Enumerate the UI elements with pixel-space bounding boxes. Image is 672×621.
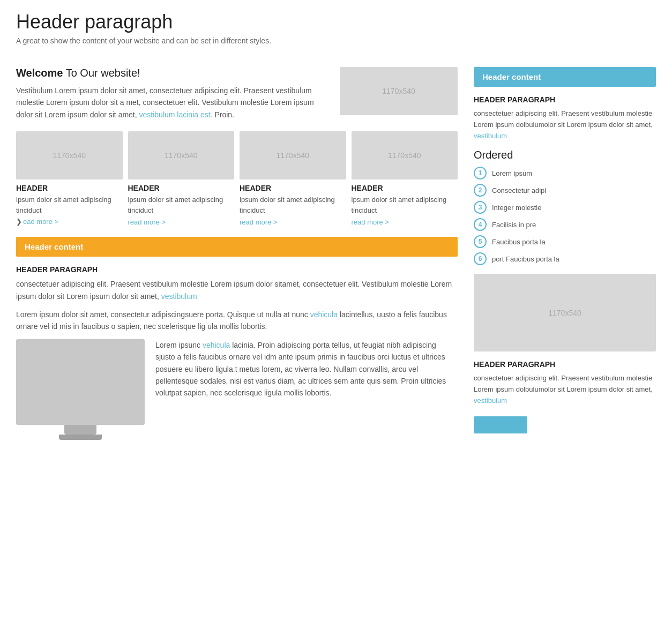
- col-body-1: ipsum dolor sit amet adipiscing tinciduc…: [16, 194, 123, 215]
- ordered-num-5: 5: [474, 235, 487, 248]
- sidebar-section2-para: consectetuer adipiscing elit. Praesent v…: [474, 373, 656, 406]
- right-paragraph: Lorem ipsunc vehicula lacinia. Proin adi…: [155, 339, 458, 399]
- col-item-4: 1170x540 HEADER ipsum dolor sit amet adi…: [352, 131, 458, 226]
- monitor-placeholder: [16, 339, 145, 425]
- col-body-4: ipsum dolor sit amet adipiscing tinciduc…: [352, 194, 458, 215]
- sidebar-read-more-button[interactable]: read more: [474, 416, 527, 433]
- col-image-2: 1170x540: [128, 131, 235, 179]
- list-item-label-5: Faucibus porta la: [492, 238, 546, 246]
- welcome-image-container: 1170x540: [340, 67, 458, 115]
- sidebar-section1-link[interactable]: vestibulum: [474, 132, 507, 140]
- sidebar-section2-heading: HEADER PARAGRAPH: [474, 360, 656, 369]
- welcome-body: Vestibulum Lorem ipsum dolor sit amet, c…: [16, 85, 329, 121]
- main-layout: Welcome To Our website! Vestibulum Lorem…: [16, 67, 656, 433]
- orange-para1-link[interactable]: vestibulum: [161, 292, 197, 301]
- four-col-grid: 1170x540 HEADER ipsum dolor sit amet adi…: [16, 131, 458, 226]
- col-image-4: 1170x540: [352, 131, 458, 179]
- ordered-list: 1 Lorem ipsum 2 Consectetur adipi 3 Inte…: [474, 167, 656, 265]
- ordered-num-2: 2: [474, 184, 487, 197]
- orange-para2: Lorem ipsum dolor sit amet, consectetur …: [16, 309, 458, 333]
- ordered-num-6: 6: [474, 252, 487, 265]
- col-header-4: HEADER: [352, 184, 458, 192]
- list-item-label-3: Integer molestie: [492, 204, 542, 212]
- col-body-2: ipsum dolor sit amet adipiscing tinciduc…: [128, 194, 235, 215]
- list-item-4: 4 Facilisis in pre: [474, 218, 656, 231]
- col-body-3: ipsum dolor sit amet adipiscing tinciduc…: [240, 194, 346, 215]
- list-item-label-4: Facilisis in pre: [492, 221, 536, 229]
- two-col-image-section: Lorem ipsunc vehicula lacinia. Proin adi…: [16, 339, 458, 425]
- right-link[interactable]: vehicula: [203, 341, 230, 349]
- col-header-2: HEADER: [128, 184, 235, 192]
- main-content: Welcome To Our website! Vestibulum Lorem…: [16, 67, 458, 433]
- welcome-section: Welcome To Our website! Vestibulum Lorem…: [16, 67, 458, 121]
- list-item-6: 6 port Faucibus porta la: [474, 252, 656, 265]
- welcome-text: Welcome To Our website! Vestibulum Lorem…: [16, 67, 329, 121]
- ordered-num-3: 3: [474, 201, 487, 214]
- welcome-heading-strong: Welcome: [16, 67, 63, 79]
- list-item-3: 3 Integer molestie: [474, 201, 656, 214]
- sidebar-section1-para: consectetuer adipiscing elit. Praesent v…: [474, 108, 656, 141]
- col-item-2: 1170x540 HEADER ipsum dolor sit amet adi…: [128, 131, 235, 226]
- welcome-placeholder-image: 1170x540: [340, 67, 458, 115]
- sidebar-section1-heading: HEADER PARAGRAPH: [474, 95, 656, 104]
- col-header-1: HEADER: [16, 184, 123, 192]
- col-header-3: HEADER: [240, 184, 346, 192]
- col-item-1: 1170x540 HEADER ipsum dolor sit amet adi…: [16, 131, 123, 226]
- list-item-5: 5 Faucibus porta la: [474, 235, 656, 248]
- orange-content-section: HEADER PARAGRAPH consectetuer adipiscing…: [16, 265, 458, 425]
- right-text: Lorem ipsunc vehicula lacinia. Proin adi…: [155, 339, 458, 425]
- list-item-label-2: Consectetur adipi: [492, 186, 546, 194]
- col-image-3: 1170x540: [240, 131, 346, 179]
- sidebar-placeholder-image: 1170x540: [474, 274, 656, 351]
- orange-section-heading: HEADER PARAGRAPH: [16, 265, 458, 274]
- orange-para2-link[interactable]: vehicula: [310, 310, 338, 319]
- welcome-heading: Welcome To Our website!: [16, 67, 329, 79]
- sidebar-section2-link[interactable]: vestibulum: [474, 396, 507, 405]
- col-readmore-4[interactable]: read more >: [352, 218, 389, 226]
- welcome-heading-rest: To Our website!: [63, 67, 140, 79]
- welcome-link[interactable]: vestibulum lacinia est.: [139, 110, 213, 119]
- ordered-heading: Ordered: [474, 149, 656, 161]
- sidebar: Header content HEADER PARAGRAPH consecte…: [474, 67, 656, 433]
- list-item-label-6: port Faucibus porta la: [492, 255, 559, 263]
- list-item-1: 1 Lorem ipsum: [474, 167, 656, 179]
- orange-para1: consectetuer adipiscing elit. Praesent v…: [16, 278, 458, 302]
- list-item-2: 2 Consectetur adipi: [474, 184, 656, 197]
- ordered-num-4: 4: [474, 218, 487, 231]
- page-title: Header paragraph: [16, 11, 656, 33]
- left-monitor-image: [16, 339, 145, 425]
- orange-header-bar: Header content: [16, 237, 458, 257]
- col-readmore-2[interactable]: read more >: [128, 218, 166, 226]
- col-image-1: 1170x540: [16, 131, 123, 179]
- ordered-num-1: 1: [474, 167, 487, 179]
- col-readmore-3[interactable]: read more >: [240, 218, 277, 226]
- arrow-icon-1: ❯: [16, 218, 22, 226]
- top-divider: [16, 56, 656, 56]
- col-item-3: 1170x540 HEADER ipsum dolor sit amet adi…: [240, 131, 346, 226]
- blue-header-bar: Header content: [474, 67, 656, 87]
- list-item-label-1: Lorem ipsum: [492, 169, 532, 177]
- col-readmore-1[interactable]: ead more >: [23, 218, 58, 226]
- page-subtitle: A great to show the content of your webs…: [16, 36, 656, 45]
- col-readmore-1-container: ❯ ead more >: [16, 218, 123, 226]
